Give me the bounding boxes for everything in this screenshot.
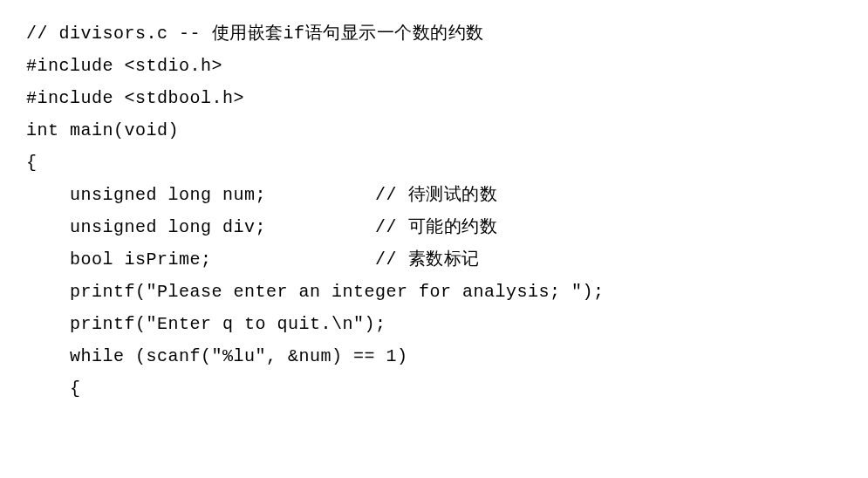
code-line-while-scanf: while (scanf("%lu", &num) == 1) <box>26 340 842 372</box>
code-line-include-stdio: #include <stdio.h> <box>26 50 842 82</box>
code-line-var-isprime: bool isPrime; // 素数标记 <box>26 243 842 276</box>
code-line-main-signature: int main(void) <box>26 114 842 147</box>
code-line-include-stdbool: #include <stdbool.h> <box>26 82 842 114</box>
code-line-var-num: unsigned long num; // 待测试的数 <box>26 179 842 211</box>
code-line-printf-prompt: printf("Please enter an integer for anal… <box>26 276 842 308</box>
code-line-while-open-brace: { <box>26 372 842 405</box>
code-line-printf-quit: printf("Enter q to quit.\n"); <box>26 308 842 340</box>
code-line-comment-header: // divisors.c -- 使用嵌套if语句显示一个数的约数 <box>26 17 842 50</box>
code-line-open-brace: { <box>26 147 842 179</box>
code-line-var-div: unsigned long div; // 可能的约数 <box>26 211 842 243</box>
code-block: // divisors.c -- 使用嵌套if语句显示一个数的约数 #inclu… <box>26 17 842 405</box>
